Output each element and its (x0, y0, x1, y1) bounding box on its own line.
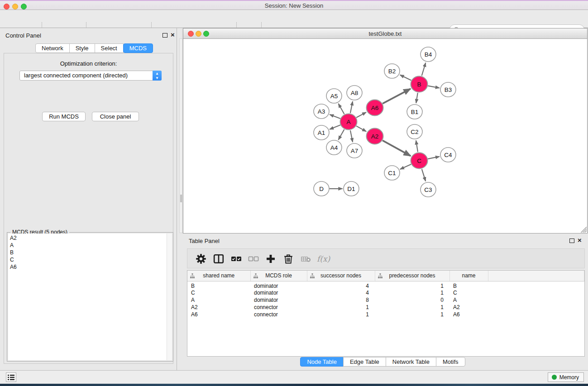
graph-node-A1[interactable]: A1 (314, 125, 329, 140)
function-builder-button[interactable]: f(x) (317, 253, 333, 264)
table-cell[interactable]: A (449, 296, 488, 304)
add-column-button[interactable] (265, 253, 276, 264)
table-cell[interactable]: 0 (375, 296, 449, 304)
table-cell[interactable]: dominator (250, 289, 307, 296)
scrollbar-thumb[interactable] (180, 195, 182, 202)
deselect-all-button[interactable] (248, 253, 259, 264)
graph-node-A3[interactable]: A3 (314, 104, 329, 119)
graph-node-C3[interactable]: C3 (421, 182, 436, 197)
column-header[interactable]: MCDS role (250, 271, 307, 281)
graph-node-D[interactable]: D (314, 181, 329, 196)
graph-node-A5[interactable]: A5 (326, 89, 342, 103)
graph-node-B2[interactable]: B2 (384, 64, 400, 78)
task-history-button[interactable] (6, 372, 16, 382)
graph-edge-A-A7[interactable] (350, 130, 353, 142)
graph-node-A6[interactable]: A6 (367, 100, 383, 116)
graph-node-C[interactable]: C (411, 153, 428, 169)
graph-node-C1[interactable]: C1 (384, 166, 400, 180)
table-row[interactable]: Cdominator41C (187, 289, 584, 296)
table-row[interactable]: Adominator80A (187, 296, 584, 304)
graph-edge-A6-B[interactable] (382, 89, 411, 104)
graph-edge-B-B1[interactable] (416, 93, 418, 103)
graph-edge-A-A4[interactable] (339, 129, 344, 140)
table-cell[interactable]: 1 (307, 311, 375, 318)
table-cell[interactable]: 8 (307, 296, 375, 304)
tab-mcds[interactable]: MCDS (123, 43, 153, 53)
graph-node-A2[interactable]: A2 (367, 129, 383, 144)
tab-node-table[interactable]: Node Table (300, 357, 344, 367)
result-scrollbar[interactable] (167, 234, 172, 360)
network-vertical-scrollbar[interactable] (179, 38, 183, 233)
tab-motifs[interactable]: Motifs (436, 357, 465, 367)
result-item[interactable]: A2 (8, 234, 167, 242)
graph-edge-A-A5[interactable] (339, 104, 344, 114)
graph-edge-A-A2[interactable] (356, 126, 366, 131)
graph-edge-A-A6[interactable] (356, 112, 366, 118)
table-row[interactable]: A6connector11A6 (187, 311, 584, 318)
table-cell[interactable]: 1 (375, 311, 449, 318)
tab-style[interactable]: Style (69, 43, 95, 53)
column-header[interactable]: successor nodes (307, 271, 375, 281)
table-cell[interactable]: A6 (449, 311, 488, 318)
graph-node-A4[interactable]: A4 (326, 140, 342, 155)
select-stepper-icon[interactable]: ▲ ▼ (153, 71, 162, 81)
graph-node-B4[interactable]: B4 (421, 47, 436, 62)
table-row[interactable]: Bdominator41B (187, 281, 584, 289)
column-header[interactable]: shared name (187, 271, 250, 281)
close-panel-icon[interactable]: × (578, 236, 582, 245)
graph-edge-B-B2[interactable] (400, 75, 411, 81)
close-panel-icon[interactable]: × (171, 30, 175, 39)
tab-network-table[interactable]: Network Table (386, 357, 436, 367)
graph-edge-A-A1[interactable] (330, 125, 340, 129)
table-cell[interactable]: 1 (375, 304, 449, 311)
table-cell[interactable]: dominator (250, 281, 307, 289)
table-cell[interactable]: A2 (187, 304, 250, 311)
show-columns-button[interactable] (213, 253, 224, 264)
graph-edge-B-B4[interactable] (422, 63, 426, 76)
graph-node-C2[interactable]: C2 (407, 124, 422, 139)
float-panel-button[interactable] (163, 33, 167, 38)
table-cell[interactable]: 4 (307, 281, 375, 289)
table-cell[interactable]: 1 (375, 281, 449, 289)
column-header[interactable]: predecessor nodes (375, 271, 449, 281)
table-cell[interactable]: 1 (375, 289, 449, 296)
graph-edge-A-A8[interactable] (350, 101, 353, 113)
table-cell[interactable]: 4 (307, 289, 375, 296)
table-cell[interactable]: A2 (449, 304, 488, 311)
graph-node-D1[interactable]: D1 (344, 181, 359, 196)
tab-edge-table[interactable]: Edge Table (343, 357, 386, 367)
table-cell[interactable]: connector (250, 304, 307, 311)
table-cell[interactable]: A (187, 296, 250, 304)
delete-table-button[interactable] (301, 253, 311, 264)
table-cell[interactable]: B (449, 281, 488, 289)
run-mcds-button[interactable]: Run MCDS (42, 112, 86, 121)
graph-node-A7[interactable]: A7 (347, 143, 362, 158)
float-panel-button[interactable] (569, 238, 574, 243)
table-row[interactable]: A2connector11A2 (187, 304, 584, 311)
graph-node-B[interactable]: B (411, 76, 428, 92)
select-all-button[interactable] (231, 253, 242, 264)
tab-select[interactable]: Select (95, 43, 124, 53)
delete-column-button[interactable] (283, 253, 294, 264)
graph-node-B3[interactable]: B3 (440, 82, 456, 97)
graph-edge-B-B3[interactable] (428, 86, 440, 88)
table-cell[interactable]: B (187, 281, 250, 289)
result-item[interactable]: C (8, 256, 167, 263)
graph-node-B1[interactable]: B1 (407, 105, 422, 119)
graph-node-A8[interactable]: A8 (347, 86, 362, 100)
graph-edge-C-C3[interactable] (422, 169, 425, 181)
graph-edge-A-A3[interactable] (330, 114, 340, 119)
table-settings-button[interactable] (196, 253, 206, 264)
graph-edge-C-C2[interactable] (416, 140, 418, 152)
memory-button[interactable]: Memory (548, 372, 584, 382)
network-window-titlebar[interactable]: testGlobe.txt (183, 29, 587, 39)
column-header[interactable]: name (449, 271, 488, 281)
table-cell[interactable]: 1 (307, 304, 375, 311)
graph-node-C4[interactable]: C4 (440, 148, 456, 162)
graph-node-A[interactable]: A (340, 114, 357, 130)
optimization-criterion-select[interactable]: largest connected component (directed) ▲… (19, 71, 162, 81)
table-cell[interactable]: connector (250, 311, 307, 318)
tab-network[interactable]: Network (35, 43, 70, 53)
graph-edge-C-C1[interactable] (400, 164, 411, 169)
graph-edge-A2-C[interactable] (382, 140, 411, 156)
